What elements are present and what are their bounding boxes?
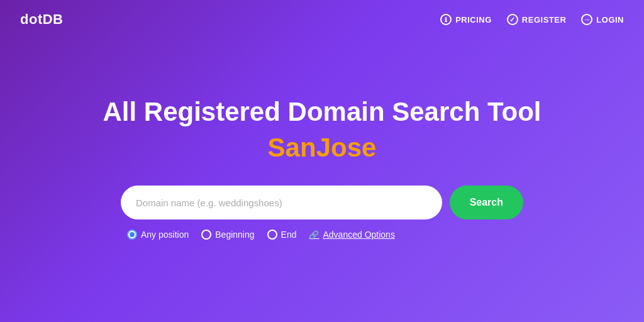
hero-title: All Registered Domain Search Tool [103,96,541,128]
login-icon: → [581,14,592,25]
search-button[interactable]: Search [450,186,523,219]
advanced-options-link[interactable]: 🔗 Advanced Options [309,230,394,240]
radio-any-dot [130,232,135,237]
search-container: Search [121,186,523,219]
radio-end-circle [267,230,277,240]
radio-any-circle [127,230,137,240]
main-content: All Registered Domain Search Tool SanJos… [0,39,644,322]
domain-search-input[interactable] [121,186,442,219]
link-icon: 🔗 [309,230,319,240]
hero-subtitle: SanJose [268,133,377,163]
nav-register-label: REGISTER [522,15,566,25]
radio-any-label: Any position [141,230,189,240]
nav-register[interactable]: ✓ REGISTER [507,14,566,25]
nav-login-label: LOGIN [596,15,624,25]
nav-login[interactable]: → LOGIN [581,14,624,25]
radio-beginning-circle [201,230,211,240]
check-icon: ✓ [507,14,518,25]
radio-beginning[interactable]: Beginning [201,230,254,240]
search-options: Any position Beginning End 🔗 Advanced Op… [121,230,523,240]
radio-end-label: End [281,230,297,240]
page: dotDB ℹ PRICING ✓ REGISTER → LOGIN All R… [0,0,644,322]
info-icon: ℹ [440,14,452,25]
header: dotDB ℹ PRICING ✓ REGISTER → LOGIN [0,0,644,39]
nav-pricing[interactable]: ℹ PRICING [440,14,492,25]
radio-end[interactable]: End [267,230,297,240]
radio-beginning-label: Beginning [215,230,254,240]
radio-any-position[interactable]: Any position [127,230,189,240]
logo: dotDB [20,11,63,28]
nav-pricing-label: PRICING [455,15,492,25]
advanced-options-label: Advanced Options [323,230,394,240]
nav: ℹ PRICING ✓ REGISTER → LOGIN [440,14,624,25]
